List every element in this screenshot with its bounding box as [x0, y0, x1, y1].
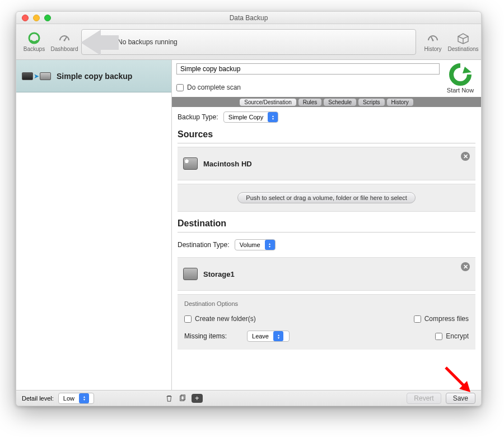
backups-icon: [27, 31, 41, 45]
titlebar: Data Backup: [16, 12, 481, 24]
encrypt-checkbox[interactable]: [435, 333, 442, 340]
revert-button[interactable]: Revert: [407, 393, 441, 404]
backup-type-label: Backup Type:: [178, 113, 218, 121]
destination-drive-row[interactable]: Storage1 ✕: [178, 257, 475, 291]
svg-point-2: [64, 40, 66, 41]
delete-button[interactable]: [165, 394, 174, 403]
drive-icon: [40, 72, 51, 80]
toolbar: Backups Dashboard No backups running His…: [16, 24, 481, 60]
complete-scan-row: Do complete scan: [176, 83, 440, 91]
tab-source-destination[interactable]: Source/Destination: [240, 99, 296, 106]
compress-checkbox[interactable]: [414, 315, 421, 323]
copy-icon: [179, 394, 186, 402]
complete-scan-label: Do complete scan: [187, 83, 241, 91]
backups-tab-button[interactable]: Backups: [21, 27, 48, 57]
select-stepper-icon: [79, 393, 89, 403]
destination-options-title: Destination Options: [184, 300, 469, 307]
remove-source-button[interactable]: ✕: [461, 152, 470, 161]
tabstrip: Source/Destination Rules Schedule Script…: [172, 97, 481, 107]
select-stepper-icon: [268, 112, 278, 122]
remove-destination-button[interactable]: ✕: [461, 262, 470, 271]
destination-type-row: Destination Type: Volume: [178, 239, 475, 250]
sources-heading: Sources: [178, 129, 475, 140]
history-label: History: [424, 46, 441, 52]
svg-marker-3: [81, 30, 119, 55]
detail-level-select[interactable]: Low: [58, 393, 94, 404]
compress-row: Compress files: [414, 315, 469, 323]
app-window: Data Backup Backups Dashboard No backups…: [16, 11, 482, 406]
tab-history[interactable]: History: [387, 99, 413, 106]
history-gauge-icon: [426, 31, 440, 45]
status-text: No backups running: [118, 38, 178, 46]
gauge-icon: [58, 31, 71, 45]
encrypt-label: Encrypt: [446, 332, 469, 340]
backups-label: Backups: [24, 46, 45, 52]
main-header: Do complete scan Start Now: [172, 60, 481, 97]
plus-icon: +: [195, 394, 199, 402]
trash-icon: [165, 394, 173, 402]
compress-label: Compress files: [424, 315, 469, 323]
sidebar-item-drives-icon: ➤: [22, 67, 51, 86]
backup-type-select[interactable]: Simple Copy: [223, 111, 278, 123]
encrypt-row: Encrypt: [435, 332, 469, 340]
tab-rules[interactable]: Rules: [298, 99, 322, 106]
svg-marker-6: [463, 67, 472, 73]
divider: [178, 232, 475, 233]
destination-options: Destination Options Create new folder(s)…: [178, 294, 475, 350]
add-button[interactable]: +: [192, 394, 203, 403]
create-folders-label: Create new folder(s): [195, 315, 256, 323]
select-source-button[interactable]: Push to select or drag a volume, folder …: [237, 192, 415, 203]
source-drive-label: Macintosh HD: [203, 160, 252, 168]
backup-type-value: Simple Copy: [228, 114, 263, 120]
missing-items-label: Missing items:: [184, 332, 227, 340]
source-drop-target[interactable]: Push to select or drag a volume, folder …: [178, 184, 475, 212]
duplicate-button[interactable]: [178, 394, 187, 403]
detail-level-value: Low: [63, 395, 74, 402]
destination-drive-label: Storage1: [203, 270, 235, 278]
hdd-icon: [183, 157, 198, 170]
dashboard-tab-button[interactable]: Dashboard: [51, 27, 78, 57]
create-folders-checkbox[interactable]: [184, 315, 192, 323]
select-stepper-icon: [265, 240, 275, 250]
divider: [178, 143, 475, 143]
detail-level-label: Detail level:: [22, 395, 54, 402]
status-arrow-icon: [81, 29, 120, 57]
box-icon: [456, 31, 470, 45]
source-drive-row[interactable]: Macintosh HD ✕: [178, 147, 475, 180]
save-button[interactable]: Save: [446, 393, 475, 404]
destinations-label: Destinations: [447, 46, 478, 52]
dashboard-label: Dashboard: [51, 46, 78, 52]
destinations-tab-button[interactable]: Destinations: [450, 27, 477, 57]
destination-type-value: Volume: [240, 241, 260, 248]
source-destination-panel: Backup Type: Simple Copy Sources Macinto…: [172, 107, 481, 390]
footer: Detail level: Low + Revert Save: [16, 390, 481, 406]
missing-items-select[interactable]: Leave: [247, 331, 290, 342]
status-bar: No backups running: [81, 29, 416, 55]
missing-items-value: Leave: [252, 333, 269, 340]
start-now-label: Start Now: [447, 87, 474, 94]
start-now-button[interactable]: Start Now: [444, 63, 477, 94]
complete-scan-checkbox[interactable]: [176, 84, 184, 91]
backup-name-input[interactable]: [176, 63, 440, 75]
history-tab-button[interactable]: History: [419, 27, 446, 57]
svg-point-5: [432, 40, 434, 41]
hdd-icon: [183, 268, 198, 280]
drive-icon: [22, 72, 33, 80]
destination-type-select[interactable]: Volume: [235, 239, 276, 250]
window-title: Data Backup: [16, 14, 481, 22]
destination-heading: Destination: [178, 218, 475, 229]
arrow-right-icon: ➤: [34, 72, 39, 80]
sidebar-item-backup[interactable]: ➤ Simple copy backup: [16, 60, 171, 92]
create-folders-row: Create new folder(s): [184, 315, 256, 323]
tab-scripts[interactable]: Scripts: [358, 99, 385, 106]
tab-schedule[interactable]: Schedule: [324, 99, 356, 106]
main-panel: Do complete scan Start Now Source/Destin…: [172, 60, 481, 390]
body: ➤ Simple copy backup Do complete scan: [16, 60, 481, 390]
select-stepper-icon: [273, 331, 283, 341]
sidebar-item-title: Simple copy backup: [57, 72, 132, 81]
backup-type-row: Backup Type: Simple Copy: [178, 111, 475, 123]
start-icon: [449, 63, 472, 86]
sidebar: ➤ Simple copy backup: [16, 60, 172, 390]
destination-type-label: Destination Type:: [178, 241, 230, 249]
